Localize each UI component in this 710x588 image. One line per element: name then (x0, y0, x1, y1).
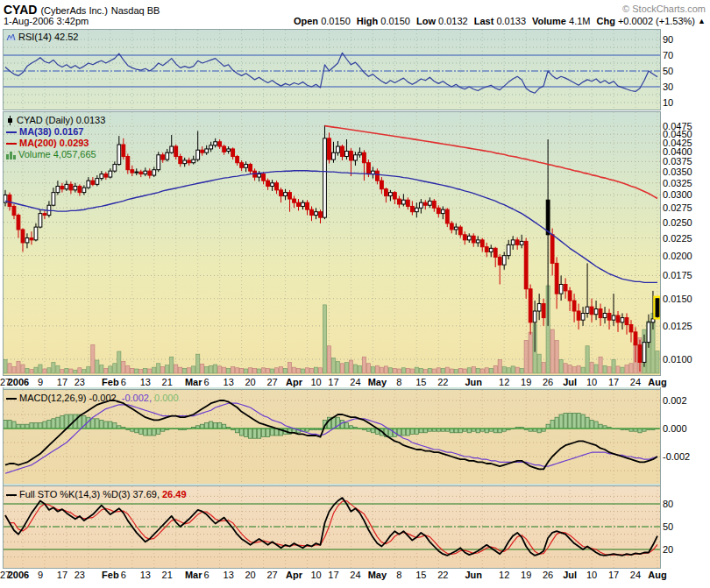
macd-hist-bar (586, 417, 589, 429)
candle (480, 240, 484, 247)
sto-band-lines (4, 504, 660, 549)
xaxis-label: 20 (245, 377, 255, 387)
macd-hist-bar (135, 429, 138, 433)
volume-bars-icon (6, 151, 16, 159)
macd-hist-bar (113, 423, 117, 429)
macd-hist-bar (638, 429, 642, 433)
volume-bar (161, 367, 165, 374)
volume-bar (384, 366, 387, 373)
volume-bar (428, 368, 431, 373)
candle (87, 181, 90, 188)
candle (401, 200, 405, 204)
volume-bar (47, 368, 51, 373)
macd-hist-bar (546, 424, 550, 429)
candle (30, 238, 33, 240)
candle (332, 152, 336, 159)
candle (126, 157, 130, 170)
macd-hist-bar (266, 429, 269, 437)
volume-bar (397, 369, 401, 373)
macd-hist-bar (218, 423, 222, 429)
volume-bar (69, 369, 73, 373)
candle (621, 318, 624, 322)
macd-hist-bar (91, 419, 95, 429)
macd-hist-bar (568, 413, 572, 429)
macd-hist-bar (21, 424, 25, 429)
macd-hist-bar (139, 429, 143, 434)
volume-bar (56, 365, 60, 373)
high-value: 0.0150 (380, 16, 410, 26)
macd-hist-bar (8, 420, 11, 429)
candles (4, 125, 660, 372)
candle (188, 160, 191, 163)
volume-bar (65, 368, 68, 373)
volume-bar (96, 360, 99, 373)
xaxis-label: 10 (586, 377, 597, 387)
volume-bar (410, 369, 414, 373)
volume-bar (612, 359, 615, 373)
volume-bar (157, 364, 160, 373)
candle (515, 240, 519, 244)
candle (249, 165, 252, 172)
candle (359, 152, 362, 155)
macd-hist-bar (476, 429, 479, 433)
macd-hist-bar (450, 429, 453, 433)
volume-bar (214, 365, 217, 373)
macd-hist-bar (153, 429, 156, 436)
price-axis-label: 0.0175 (663, 270, 692, 280)
volume-bar (305, 368, 309, 373)
volume-bar (568, 365, 572, 373)
rsi-gridlines (4, 30, 660, 110)
candle (533, 311, 536, 322)
exchange-name: Nasdaq BB (111, 5, 160, 16)
candle (634, 332, 637, 345)
macd-hist-bar (467, 429, 471, 433)
macd-hist-bar (581, 414, 585, 429)
volume-bar (380, 367, 383, 373)
volume-bar (344, 363, 348, 374)
price-axis-label: 0.0225 (663, 233, 692, 244)
macd-hist-bar (223, 424, 226, 429)
candle (65, 184, 68, 188)
candle (345, 151, 349, 156)
price-legend: CYAD (Daily) 0.0133 MA(38) 0.0167 MA(200… (6, 115, 105, 160)
xaxis-label: 26 (543, 570, 553, 580)
volume-bar (524, 341, 528, 374)
macd-hist-bar (257, 429, 260, 438)
open-value: 0.0150 (321, 16, 351, 26)
xaxis-label: 24 (630, 570, 641, 580)
price-axis-label: 0.0325 (663, 178, 692, 188)
candle (607, 313, 611, 320)
macd-hist-bar (401, 429, 405, 436)
candle (354, 155, 358, 160)
volume-bar (331, 358, 335, 374)
volume-bar (515, 367, 519, 373)
macd-hist-bar (245, 429, 248, 437)
volume-bar (625, 365, 628, 373)
volume-bar (349, 360, 352, 373)
macd-hist-bar (423, 429, 427, 433)
xaxis-label: 6 (121, 570, 126, 580)
candle (524, 241, 528, 288)
volume-bar (463, 369, 466, 373)
xaxis-label: Mar (185, 570, 202, 580)
volume-value: 4.1M (569, 16, 590, 26)
volume-bar (296, 368, 300, 373)
rsi-band-lines (4, 55, 660, 87)
macd-hist-bar (201, 424, 204, 429)
macd-plot (4, 390, 660, 484)
macd-hist-bar (577, 413, 580, 429)
rsi-legend-text: RSI(14) 42.52 (18, 32, 78, 43)
volume-bar (458, 368, 462, 373)
volume-bar (43, 369, 46, 373)
xaxis-label: 2006 (8, 570, 29, 580)
xaxis-label: 22 (437, 570, 448, 580)
volume-bar (366, 364, 370, 373)
candle (262, 174, 266, 181)
xaxis-label: 6 (121, 377, 126, 387)
ma38-line-icon (6, 131, 17, 133)
macd-hist-bar (109, 422, 112, 429)
macd-hist-bar (43, 422, 46, 429)
macd-histogram (4, 413, 659, 438)
rsi-axis-label: 50 (663, 66, 673, 76)
volume-bar (261, 368, 265, 373)
